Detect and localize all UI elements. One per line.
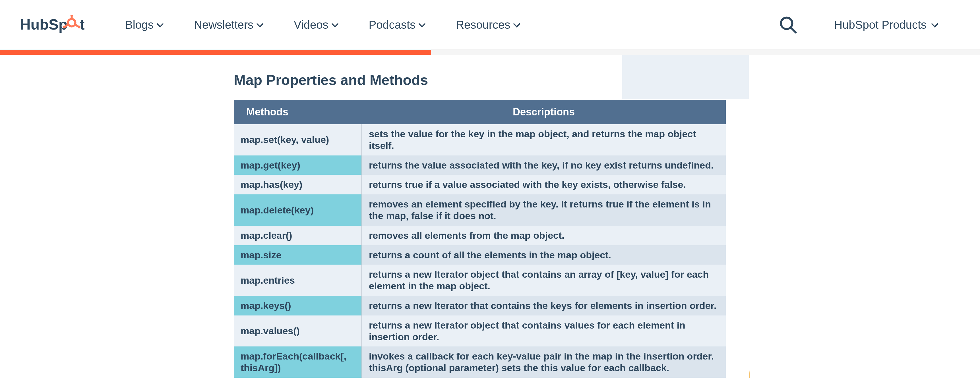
description-cell: removes all elements from the map object… — [362, 226, 726, 245]
svg-point-7 — [63, 25, 66, 29]
description-cell: returns true if a value associated with … — [362, 175, 726, 194]
chevron-down-icon — [513, 20, 520, 27]
article-body: Map Properties and Methods Methods Descr… — [234, 72, 726, 378]
table-row: map.clear()removes all elements from the… — [234, 226, 726, 245]
table-row: map.keys()returns a new Iterator that co… — [234, 296, 726, 316]
method-cell: map.has(key) — [234, 175, 362, 194]
nav-podcasts[interactable]: Podcasts — [369, 19, 425, 31]
description-cell: returns a new Iterator object that conta… — [362, 316, 726, 347]
chevron-down-icon — [156, 20, 164, 27]
description-cell: returns the value associated with the ke… — [362, 156, 726, 175]
table-row: map.values()returns a new Iterator objec… — [234, 316, 726, 347]
page-content: Map Properties and Methods Methods Descr… — [0, 55, 980, 378]
nav-label: Videos — [294, 19, 328, 31]
description-cell: sets the value for the key in the map ob… — [362, 124, 726, 156]
table-header-methods: Methods — [234, 100, 362, 124]
nav-newsletters[interactable]: Newsletters — [194, 19, 262, 31]
nav-hubspot-products[interactable]: HubSpot Products — [834, 19, 937, 31]
method-cell: map.get(key) — [234, 156, 362, 175]
table-row: map.forEach(callback[, thisArg])invokes … — [234, 346, 726, 378]
nav-label: Blogs — [125, 19, 154, 31]
svg-text:t: t — [80, 16, 84, 33]
method-cell: map.forEach(callback[, thisArg]) — [234, 346, 362, 378]
chevron-down-icon — [931, 20, 938, 27]
svg-text:HubSp: HubSp — [20, 16, 68, 33]
method-cell: map.entries — [234, 265, 362, 296]
nav-label: Newsletters — [194, 19, 253, 31]
divider — [821, 2, 821, 48]
hubspot-logo[interactable]: HubSp t — [20, 15, 94, 35]
table-row: map.delete(key)removes an element specif… — [234, 194, 726, 226]
nav-blogs[interactable]: Blogs — [125, 19, 163, 31]
method-cell: map.clear() — [234, 226, 362, 245]
nav-resources[interactable]: Resources — [456, 19, 519, 31]
reading-progress — [0, 50, 980, 55]
chevron-down-icon — [331, 20, 339, 27]
method-cell: map.delete(key) — [234, 194, 362, 226]
nav-videos[interactable]: Videos — [294, 19, 337, 31]
method-cell: map.size — [234, 245, 362, 265]
description-cell: removes an element specified by the key.… — [362, 194, 726, 226]
search-icon[interactable] — [778, 15, 798, 35]
description-cell: returns a count of all the elements in t… — [362, 245, 726, 265]
table-row: map.get(key)returns the value associated… — [234, 156, 726, 175]
section-heading: Map Properties and Methods — [234, 72, 726, 88]
methods-table: Methods Descriptions map.set(key, value)… — [234, 100, 726, 378]
table-row: map.set(key, value)sets the value for th… — [234, 124, 726, 156]
top-navigation: HubSp t Blogs Newsletters Videos — [0, 0, 980, 50]
reading-progress-bar — [0, 50, 431, 55]
nav-label: HubSpot Products — [834, 19, 926, 31]
table-row: map.has(key)returns true if a value asso… — [234, 175, 726, 194]
method-cell: map.keys() — [234, 296, 362, 316]
chevron-down-icon — [418, 20, 425, 27]
description-cell: returns a new Iterator object that conta… — [362, 265, 726, 296]
primary-nav: Blogs Newsletters Videos Podcasts Resour… — [125, 19, 758, 31]
table-row: map.entriesreturns a new Iterator object… — [234, 265, 726, 296]
method-cell: map.values() — [234, 316, 362, 347]
table-row: map.sizereturns a count of all the eleme… — [234, 245, 726, 265]
chevron-down-icon — [256, 20, 263, 27]
svg-point-8 — [78, 25, 81, 29]
svg-point-2 — [68, 19, 75, 27]
nav-label: Resources — [456, 19, 510, 31]
method-cell: map.set(key, value) — [234, 124, 362, 156]
table-header-descriptions: Descriptions — [362, 100, 726, 124]
nav-label: Podcasts — [369, 19, 416, 31]
description-cell: returns a new Iterator that contains the… — [362, 296, 726, 316]
description-cell: invokes a callback for each key-value pa… — [362, 346, 726, 378]
svg-line-10 — [791, 27, 796, 32]
